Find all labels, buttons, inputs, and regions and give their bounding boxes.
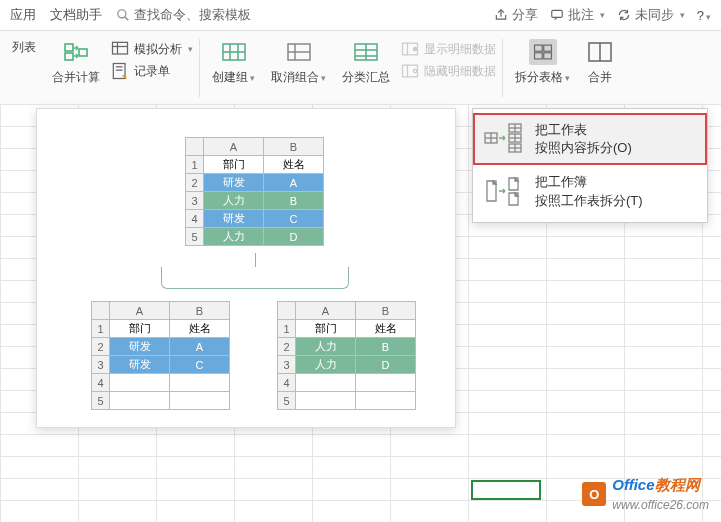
merge-icon [586,39,614,65]
simulate-button[interactable]: 模拟分析 [110,39,193,59]
ribbon: 列表 合并计算 模拟分析 记录单 创建组 取消组合 分类汇总 [0,31,721,108]
svg-rect-26 [403,65,418,77]
preview-result-table-right: AB 1部门姓名 2人力B 3人力D 4 5 [277,301,416,410]
split-content-icon [483,121,525,157]
svg-point-25 [413,47,416,50]
doc-helper[interactable]: 文档助手 [50,6,102,24]
show-detail-button: 显示明细数据 [400,39,496,59]
split-option-line2: 按照工作表拆分(T) [535,192,643,210]
app-menu[interactable]: 应用 [10,6,36,24]
ribbon-separator [199,39,200,97]
svg-rect-31 [534,53,542,59]
split-option-line1: 把工作表 [535,121,632,139]
split-preview-card: AB 1部门姓名 2研发A 3人力B 4研发C 5人力D AB 1部门姓名 2研… [36,108,456,428]
search-placeholder: 查找命令、搜索模板 [134,6,251,24]
svg-rect-30 [543,45,551,51]
svg-rect-6 [113,42,128,54]
svg-rect-5 [79,49,87,56]
split-sheet-icon [483,174,525,210]
hide-detail-button: 隐藏明细数据 [400,61,496,81]
ribbon-detail-group: 显示明细数据 隐藏明细数据 [400,39,496,81]
ribbon-separator [502,39,503,97]
svg-rect-3 [65,44,73,51]
subtotal-icon [352,39,380,65]
worksheet-area[interactable]: AB 1部门姓名 2研发A 3人力B 4研发C 5人力D AB 1部门姓名 2研… [0,104,721,522]
svg-rect-32 [543,53,551,59]
split-by-content-option[interactable]: 把工作表 按照内容拆分(O) [473,113,707,165]
sync-button[interactable]: 未同步 [617,6,685,24]
title-bar: 应用 文档助手 查找命令、搜索模板 分享 批注 未同步 ? [0,0,721,31]
comment-button[interactable]: 批注 [550,6,605,24]
active-cell-indicator [471,480,541,500]
ribbon-sim-record: 模拟分析 记录单 [110,39,193,81]
watermark: O Office教程网 www.office26.com [582,476,709,512]
svg-rect-29 [534,45,542,51]
svg-point-0 [118,10,126,18]
split-table-icon [529,39,557,65]
search-box[interactable]: 查找命令、搜索模板 [116,6,251,24]
split-option-line1: 把工作簿 [535,173,643,191]
help-button[interactable]: ? [697,8,711,23]
watermark-logo-icon: O [582,482,606,506]
ribbon-consolidate[interactable]: 合并计算 [46,39,106,86]
subtotal-button[interactable]: 分类汇总 [336,39,396,86]
preview-result-table-left: AB 1部门姓名 2研发A 3研发C 4 5 [91,301,230,410]
ungroup-icon [285,39,313,65]
split-table-menu: 把工作表 按照内容拆分(O) 把工作簿 按照工作表拆分(T) [472,108,708,223]
share-button[interactable]: 分享 [494,6,538,24]
ribbon-list[interactable]: 列表 [6,39,42,56]
merge-button[interactable]: 合并 [580,39,620,86]
split-by-sheet-option[interactable]: 把工作簿 按照工作表拆分(T) [473,165,707,217]
svg-point-28 [413,69,416,72]
ungroup-button[interactable]: 取消组合 [265,39,332,86]
create-group-button[interactable]: 创建组 [206,39,261,86]
svg-rect-4 [65,53,73,60]
record-button[interactable]: 记录单 [110,61,170,81]
consolidate-icon [62,39,90,65]
svg-line-1 [125,17,129,21]
preview-source-table: AB 1部门姓名 2研发A 3人力B 4研发C 5人力D [185,137,324,246]
split-option-line2: 按照内容拆分(O) [535,139,632,157]
group-icon [220,39,248,65]
svg-rect-2 [552,10,563,17]
split-table-button[interactable]: 拆分表格 [509,39,576,86]
